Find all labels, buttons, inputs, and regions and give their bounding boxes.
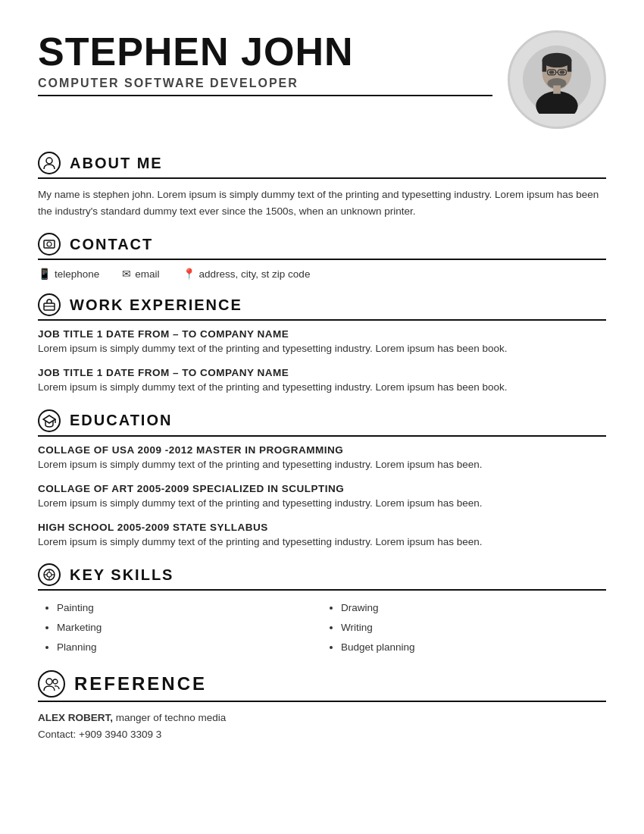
- skill-left-1: Marketing: [57, 618, 322, 638]
- key-skills-section: KEY SKILLS PaintingMarketingPlanning Dra…: [38, 563, 606, 657]
- contact-icon: [38, 233, 61, 256]
- profile-photo-svg: [523, 45, 591, 114]
- svg-point-26: [46, 679, 52, 685]
- edu-entry-title-0: COLLAGE OF USA 2009 -2012 MASTER IN PROG…: [38, 444, 606, 456]
- edu-entry-0: COLLAGE OF USA 2009 -2012 MASTER IN PROG…: [38, 444, 606, 472]
- edu-entry-desc-2: Lorem ipsum is simply dummy text of the …: [38, 535, 606, 550]
- email-icon: ✉: [122, 268, 131, 280]
- svg-point-27: [53, 679, 58, 684]
- skills-right-col: DrawingWritingBudget planning: [322, 598, 606, 657]
- skill-right-1: Writing: [341, 618, 606, 638]
- location-icon: 📍: [183, 268, 195, 280]
- svg-point-15: [47, 242, 52, 246]
- work-icon: [38, 293, 61, 316]
- skill-left-2: Planning: [57, 638, 322, 657]
- header-text-block: STEPHEN JOHN COMPUTER SOFTWARE DEVELOPER: [38, 30, 492, 96]
- reference-contact: Contact: +909 3940 3309 3: [38, 726, 606, 743]
- contact-telephone: 📱 telephone: [38, 268, 99, 280]
- candidate-name: STEPHEN JOHN: [38, 30, 492, 74]
- skills-title: KEY SKILLS: [70, 566, 174, 584]
- about-icon: [38, 152, 61, 174]
- education-section-header: EDUCATION: [38, 409, 606, 437]
- work-entry-desc-0: Lorem ipsum is simply dummy text of the …: [38, 341, 606, 356]
- skills-left-col: PaintingMarketingPlanning: [38, 598, 322, 657]
- work-entry-1: JOB TITLE 1 DATE FROM – TO COMPANY NAME …: [38, 367, 606, 395]
- work-title: WORK EXPERIENCE: [70, 296, 242, 314]
- reference-icon: [38, 670, 65, 698]
- work-entry-desc-1: Lorem ipsum is simply dummy text of the …: [38, 380, 606, 395]
- skill-right-2: Budget planning: [341, 638, 606, 657]
- work-experience-section: WORK EXPERIENCE JOB TITLE 1 DATE FROM – …: [38, 293, 606, 396]
- reference-name: ALEX ROBERT,: [38, 712, 113, 723]
- phone-icon: 📱: [38, 268, 51, 280]
- svg-point-21: [47, 572, 52, 577]
- edu-entry-2: HIGH SCHOOL 2005-2009 STATE SYLLABUS Lor…: [38, 522, 606, 550]
- education-icon: [38, 409, 61, 432]
- svg-rect-5: [549, 71, 555, 74]
- candidate-title: COMPUTER SOFTWARE DEVELOPER: [38, 77, 492, 96]
- edu-entry-desc-1: Lorem ipsum is simply dummy text of the …: [38, 496, 606, 511]
- work-entry-0: JOB TITLE 1 DATE FROM – TO COMPANY NAME …: [38, 328, 606, 356]
- svg-rect-4: [567, 60, 572, 71]
- reference-section-header: REFERENCE: [38, 670, 606, 702]
- education-entries: COLLAGE OF USA 2009 -2012 MASTER IN PROG…: [38, 444, 606, 550]
- svg-rect-3: [542, 60, 547, 71]
- reference-title: REFERENCE: [74, 673, 207, 694]
- about-text: My name is stephen john. Lorem ipsum is …: [38, 187, 606, 219]
- email-text: email: [135, 268, 159, 280]
- education-section: EDUCATION COLLAGE OF USA 2009 -2012 MAST…: [38, 409, 606, 550]
- skills-section-header: KEY SKILLS: [38, 563, 606, 591]
- skills-icon: [38, 563, 61, 586]
- svg-rect-6: [559, 71, 564, 74]
- work-entry-title-1: JOB TITLE 1 DATE FROM – TO COMPANY NAME: [38, 367, 606, 378]
- contact-section: CONTACT 📱 telephone ✉ email 📍 address, c…: [38, 233, 606, 280]
- reference-name-line: ALEX ROBERT, manger of techno media: [38, 710, 606, 726]
- skills-grid: PaintingMarketingPlanning DrawingWriting…: [38, 598, 606, 657]
- reference-section: REFERENCE ALEX ROBERT, manger of techno …: [38, 670, 606, 742]
- contact-row: 📱 telephone ✉ email 📍 address, city, st …: [38, 268, 606, 280]
- edu-entry-desc-0: Lorem ipsum is simply dummy text of the …: [38, 457, 606, 472]
- profile-photo: [508, 30, 606, 129]
- edu-entry-title-1: COLLAGE OF ART 2005-2009 SPECIALIZED IN …: [38, 483, 606, 494]
- work-section-header: WORK EXPERIENCE: [38, 293, 606, 321]
- svg-point-2: [542, 53, 572, 67]
- skill-left-0: Painting: [57, 598, 322, 618]
- about-section: ABOUT ME My name is stephen john. Lorem …: [38, 152, 606, 219]
- about-section-header: ABOUT ME: [38, 152, 606, 179]
- edu-entry-1: COLLAGE OF ART 2005-2009 SPECIALIZED IN …: [38, 483, 606, 511]
- skill-right-0: Drawing: [341, 598, 606, 618]
- svg-rect-12: [553, 86, 561, 94]
- contact-title: CONTACT: [70, 236, 153, 253]
- address-text: address, city, st zip code: [199, 268, 311, 280]
- resume-header: STEPHEN JOHN COMPUTER SOFTWARE DEVELOPER: [38, 30, 606, 129]
- contact-section-header: CONTACT: [38, 233, 606, 260]
- work-entry-title-0: JOB TITLE 1 DATE FROM – TO COMPANY NAME: [38, 328, 606, 340]
- contact-email: ✉ email: [122, 268, 159, 280]
- contact-address: 📍 address, city, st zip code: [183, 268, 311, 280]
- work-entries: JOB TITLE 1 DATE FROM – TO COMPANY NAME …: [38, 328, 606, 396]
- reference-role: manger of techno media: [116, 712, 227, 723]
- telephone-text: telephone: [55, 268, 99, 280]
- edu-entry-title-2: HIGH SCHOOL 2005-2009 STATE SYLLABUS: [38, 522, 606, 533]
- about-title: ABOUT ME: [70, 155, 163, 172]
- svg-point-13: [46, 158, 52, 164]
- education-title: EDUCATION: [70, 412, 172, 429]
